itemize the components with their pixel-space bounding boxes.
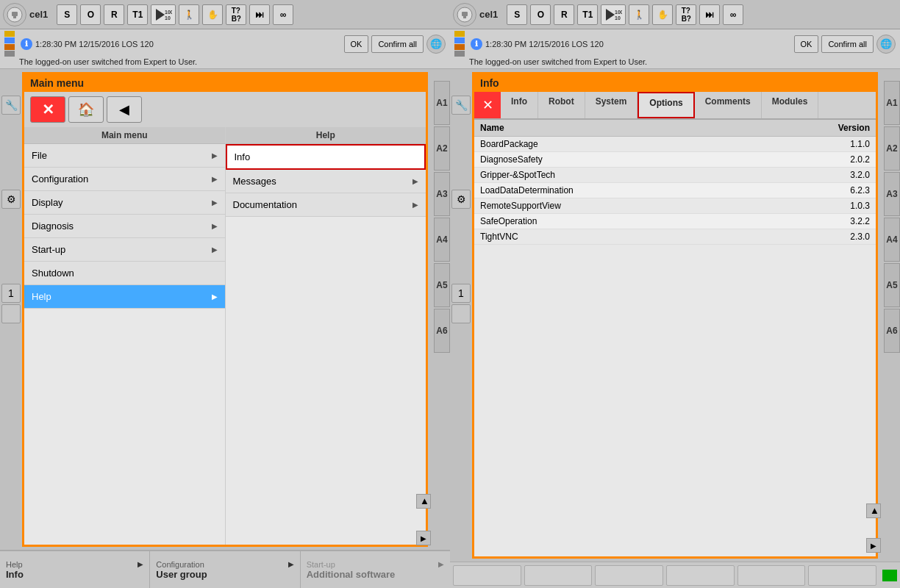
right-bottom-btn-2[interactable]	[524, 565, 593, 586]
left-logo	[3, 3, 26, 26]
menu-item-info[interactable]: Info	[226, 144, 426, 170]
left-menu-col2: Help Info Messages ▶ Documentation ▶	[226, 127, 426, 545]
right-label-a6: A6	[884, 309, 900, 353]
left-btn-hand[interactable]: ✋	[202, 4, 223, 25]
right-notif-confirm-btn[interactable]: Confirm all	[821, 35, 874, 53]
right-btn-play[interactable]: 100 10	[601, 4, 626, 25]
right-bottom-btn-3[interactable]	[595, 565, 663, 586]
sidebar-icon-3[interactable]: 1	[1, 284, 21, 303]
left-status-squares	[4, 31, 15, 57]
left-btn-play[interactable]: 100 10	[151, 4, 176, 25]
bottom-help-label: Help	[6, 560, 23, 569]
bottom-startup-value: Additional software	[307, 569, 444, 580]
right-btn-t2[interactable]: T?B?	[676, 4, 696, 25]
right-btn-r[interactable]: R	[554, 4, 574, 25]
left-home-btn[interactable]: 🏠	[68, 96, 104, 123]
tab-info[interactable]: Info	[501, 92, 538, 118]
right-bottom-btn-1[interactable]	[453, 565, 521, 586]
menu-item-help[interactable]: Help ▶	[24, 285, 225, 309]
left-menu-grid: Main menu File ▶ Configuration ▶ Display…	[24, 127, 426, 545]
right-notif-timestamp: 1:28:30 PM 12/15/2016 LOS 120	[485, 40, 791, 49]
bottom-item-help[interactable]: Help ▶ Info	[0, 551, 150, 588]
tab-options[interactable]: Options	[638, 92, 694, 118]
left-btn-skip[interactable]: ⏭	[249, 4, 270, 25]
left-scroll-arrows[interactable]: ▶	[416, 494, 431, 509]
right-bottom-btn-4[interactable]	[666, 565, 735, 586]
right-bottom-btn-6[interactable]	[808, 565, 876, 586]
right-sidebar-icon-1[interactable]: 🔧	[451, 96, 471, 115]
sq3	[4, 44, 15, 50]
right-btn-s[interactable]: S	[507, 4, 527, 25]
right-notif-message: The logged-on user switched from Expert …	[469, 57, 896, 66]
right-notif-bar: ℹ 1:28:30 PM 12/15/2016 LOS 120 OK Confi…	[450, 29, 900, 69]
notif-ok-btn[interactable]: OK	[344, 35, 369, 53]
sidebar-icon-4[interactable]	[1, 304, 21, 323]
menu-item-messages[interactable]: Messages ▶	[226, 170, 426, 193]
tab-modules[interactable]: Modules	[762, 92, 819, 118]
svg-rect-2	[13, 16, 16, 18]
row6-version: 2.3.0	[811, 232, 870, 242]
left-btn-s[interactable]: S	[57, 4, 77, 25]
right-btn-hand[interactable]: ✋	[652, 4, 673, 25]
left-scroll-down[interactable]: ▶	[416, 531, 431, 545]
right-close-btn[interactable]: ✕	[474, 92, 501, 118]
left-back-btn[interactable]: ◀	[107, 96, 142, 123]
menu-item-shutdown-label: Shutdown	[32, 268, 74, 279]
left-btn-o[interactable]: O	[80, 4, 101, 25]
table-row: BoardPackage 1.1.0	[474, 137, 876, 152]
sidebar-icon-2[interactable]: ⚙	[1, 190, 21, 209]
right-bottom-btn-5[interactable]	[738, 565, 806, 586]
tab-comments[interactable]: Comments	[695, 92, 762, 118]
menu-item-diagnosis[interactable]: Diagnosis ▶	[24, 215, 225, 238]
svg-text:10: 10	[165, 15, 171, 21]
menu-item-display[interactable]: Display ▶	[24, 191, 225, 215]
sq4	[4, 51, 15, 57]
right-scroll-down[interactable]: ▶	[866, 538, 881, 553]
right-sidebar-icon-3[interactable]: 1	[451, 284, 471, 303]
options-table: Name Version BoardPackage 1.1.0 Diagnose…	[474, 120, 876, 556]
left-menu-header: Main menu	[24, 74, 426, 92]
right-notif-ok-btn[interactable]: OK	[794, 35, 819, 53]
left-btn-walk[interactable]: 🚶	[179, 4, 199, 25]
right-globe-icon: 🌐	[876, 35, 896, 54]
menu-item-file-label: File	[32, 150, 47, 161]
right-bottom-bar	[450, 562, 900, 588]
sidebar-icon-1[interactable]: 🔧	[1, 96, 21, 115]
right-sidebar-icon-4[interactable]	[451, 304, 471, 323]
menu-item-shutdown[interactable]: Shutdown	[24, 262, 225, 285]
right-btn-skip[interactable]: ⏭	[699, 4, 720, 25]
right-btn-t1[interactable]: T1	[577, 4, 598, 25]
svg-text:100: 100	[615, 10, 622, 15]
right-btn-inf[interactable]: ∞	[723, 4, 743, 25]
left-btn-r[interactable]: R	[104, 4, 124, 25]
menu-item-config[interactable]: Configuration ▶	[24, 168, 225, 191]
right-sidebar-icon-2[interactable]: ⚙	[451, 190, 471, 209]
bottom-help-value: Info	[6, 569, 143, 580]
tab-system[interactable]: System	[585, 92, 638, 118]
left-btn-t1[interactable]: T1	[127, 4, 148, 25]
tab-robot[interactable]: Robot	[538, 92, 585, 118]
left-close-btn[interactable]: ✕	[30, 96, 65, 123]
notif-confirm-btn[interactable]: Confirm all	[371, 35, 424, 53]
bottom-item-config[interactable]: Configuration ▶ User group	[150, 551, 300, 588]
menu-item-display-arrow: ▶	[212, 198, 218, 207]
menu-item-startup[interactable]: Start-up ▶	[24, 238, 225, 262]
row4-version: 1.0.3	[811, 201, 870, 211]
left-btn-t2[interactable]: T?B?	[226, 4, 246, 25]
menu-item-docs[interactable]: Documentation ▶	[226, 193, 426, 217]
table-header: Name Version	[474, 120, 876, 137]
right-scroll-up[interactable]: ▶	[866, 503, 881, 518]
right-btn-walk[interactable]: 🚶	[629, 4, 649, 25]
left-btn-inf[interactable]: ∞	[273, 4, 293, 25]
left-label-a5: A5	[434, 263, 450, 307]
right-logo	[453, 3, 476, 26]
menu-item-startup-label: Start-up	[32, 244, 65, 255]
menu-item-file[interactable]: File ▶	[24, 144, 225, 168]
right-btn-o[interactable]: O	[530, 4, 551, 25]
menu-item-config-arrow: ▶	[212, 175, 218, 183]
bottom-item-startup: Start-up ▶ Additional software	[301, 551, 450, 588]
svg-rect-8	[463, 16, 466, 18]
right-info-header: Info	[474, 74, 876, 92]
menu-item-help-label: Help	[32, 291, 51, 302]
row3-version: 6.2.3	[811, 185, 870, 196]
